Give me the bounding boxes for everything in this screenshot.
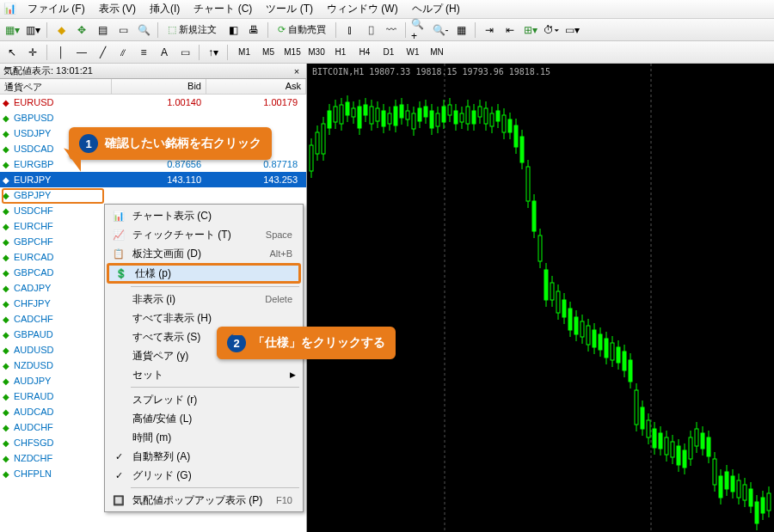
context-menu-item[interactable]: 📋板注文画面 (D)Alt+B: [107, 244, 301, 263]
line-chart-button[interactable]: 〰: [382, 21, 401, 40]
auto-scroll-button[interactable]: ⇥: [480, 21, 499, 40]
timeframe-h1[interactable]: H1: [329, 44, 353, 61]
svg-rect-153: [761, 498, 765, 513]
timeframe-w1[interactable]: W1: [401, 44, 425, 61]
svg-rect-87: [562, 300, 566, 317]
timeframe-m30[interactable]: M30: [304, 44, 329, 61]
trendline-tool[interactable]: ╱: [93, 43, 112, 62]
direction-icon: ◆: [0, 175, 12, 185]
col-bid[interactable]: Bid: [112, 79, 206, 94]
zoom-in-button[interactable]: 🔍+: [410, 21, 429, 40]
context-menu-item[interactable]: スプレッド (r): [107, 390, 301, 409]
new-order-button[interactable]: ⬚新規注文: [163, 21, 222, 40]
bar-chart-button[interactable]: ⫿: [341, 21, 359, 40]
context-menu-label: ティックチャート (T): [127, 228, 266, 242]
timeframe-d1[interactable]: D1: [377, 44, 401, 61]
text-tool[interactable]: A: [155, 43, 174, 62]
menu-insert[interactable]: 挿入(I): [143, 0, 187, 19]
svg-rect-45: [436, 113, 439, 126]
symbol-row-gbpusd[interactable]: ◆GBPUSD: [0, 110, 306, 125]
svg-rect-143: [731, 476, 734, 492]
timeframe-h4[interactable]: H4: [353, 44, 377, 61]
channel-tool[interactable]: ⫽: [114, 43, 132, 62]
context-menu-item[interactable]: 💲仕様 (p): [107, 263, 301, 284]
direction-icon: ◆: [0, 144, 12, 154]
chart-ohlc-label: BITCOIN,H1 19807.33 19818.15 19793.96 19…: [312, 67, 550, 76]
menu-view[interactable]: 表示 (V): [92, 0, 143, 19]
context-menu-item[interactable]: すべて非表示 (H): [107, 309, 301, 327]
data-window-toggle[interactable]: ▤: [93, 21, 112, 40]
svg-rect-5: [316, 132, 319, 154]
context-menu-item[interactable]: 🔲気配値ポップアップ表示 (P)F10: [107, 491, 301, 510]
menu-tools[interactable]: ツール (T): [259, 0, 320, 19]
symbol-row-gbpjpy[interactable]: ◆GBPJPY: [0, 187, 306, 203]
terminal-toggle[interactable]: ▭: [114, 21, 132, 40]
app-icon: 📊: [3, 3, 17, 16]
callout-1-num: 1: [79, 134, 98, 153]
metaquotes-button[interactable]: ◧: [224, 21, 243, 40]
vline-tool[interactable]: │: [52, 43, 71, 62]
context-menu-item[interactable]: 📈ティックチャート (T)Space: [107, 225, 301, 244]
direction-icon: ◆: [0, 407, 12, 417]
zoom-out-button[interactable]: 🔍-: [431, 21, 450, 40]
market-watch-toggle[interactable]: ◆: [52, 21, 71, 40]
svg-rect-93: [580, 321, 584, 337]
navigator-toggle[interactable]: ✥: [72, 21, 91, 40]
menu-file[interactable]: ファイル (F): [21, 0, 92, 19]
bid-value: 1.00140: [112, 97, 206, 107]
chart-shift-button[interactable]: ⇤: [501, 21, 519, 40]
timeframe-m15[interactable]: M15: [280, 44, 304, 61]
direction-icon: ◆: [0, 284, 12, 293]
svg-rect-119: [659, 433, 662, 449]
candle-chart-button[interactable]: ⌷: [361, 21, 380, 40]
timeframe-mn[interactable]: MN: [425, 44, 449, 61]
chart-area[interactable]: BITCOIN,H1 19807.33 19818.15 19793.96 19…: [307, 64, 774, 532]
tile-windows-button[interactable]: ▦: [452, 21, 470, 40]
svg-rect-133: [701, 433, 704, 449]
autotrade-button[interactable]: ⟳自動売買: [273, 21, 331, 40]
hline-tool[interactable]: —: [72, 43, 91, 62]
strategy-tester-toggle[interactable]: 🔍: [134, 21, 153, 40]
context-menu-item[interactable]: 高値/安値 (L): [107, 409, 301, 428]
new-chart-button[interactable]: ▦▾: [3, 21, 22, 40]
indicators-button[interactable]: ⊞▾: [521, 21, 540, 40]
profiles-button[interactable]: ▥▾: [23, 21, 42, 40]
cursor-tool[interactable]: ↖: [3, 43, 22, 62]
context-menu-item[interactable]: セット▶: [107, 365, 301, 384]
symbol-row-eurjpy[interactable]: ◆EURJPY143.110143.253: [0, 172, 306, 187]
periods-button[interactable]: ⏱▾: [542, 21, 561, 40]
timeframe-m1[interactable]: M1: [232, 44, 256, 61]
callout-2: 2 「仕様」をクリックする: [217, 327, 396, 359]
menu-chart[interactable]: チャート (C): [187, 0, 259, 19]
callout-2-num: 2: [227, 333, 246, 352]
svg-rect-141: [725, 472, 728, 489]
market-watch-close-button[interactable]: ×: [291, 66, 303, 76]
label-tool[interactable]: ▭: [175, 43, 194, 62]
context-menu-item[interactable]: 📊チャート表示 (C): [107, 206, 301, 225]
direction-icon: ◆: [0, 268, 12, 278]
signals-button[interactable]: 🖶: [244, 21, 263, 40]
context-menu-item[interactable]: ✓グリッド (G): [107, 466, 301, 485]
svg-rect-121: [665, 437, 668, 455]
ask-value: 1.00179: [206, 97, 306, 107]
context-menu-item[interactable]: 時間 (m): [107, 428, 301, 447]
context-menu-separator: [131, 387, 299, 388]
direction-icon: ◆: [0, 361, 12, 370]
timeframe-m5[interactable]: M5: [256, 44, 280, 61]
symbol-row-eurusd[interactable]: ◆EURUSD1.001401.00179: [0, 95, 306, 110]
col-ask[interactable]: Ask: [206, 79, 306, 94]
market-watch-title: 気配値表示: 13:01:21: [3, 64, 93, 77]
menu-window[interactable]: ウィンドウ (W): [320, 0, 405, 19]
fibo-tool[interactable]: ≡: [134, 43, 153, 62]
templates-button[interactable]: ▭▾: [562, 21, 581, 40]
svg-rect-47: [442, 107, 445, 122]
col-pair[interactable]: 通貨ペア: [0, 79, 112, 94]
context-menu-item[interactable]: 非表示 (i)Delete: [107, 290, 301, 309]
crosshair-tool[interactable]: ✛: [23, 43, 42, 62]
context-menu-item[interactable]: ✓自動整列 (A): [107, 447, 301, 466]
arrows-tool[interactable]: ↑▾: [204, 43, 223, 62]
svg-rect-109: [629, 360, 632, 382]
menu-help[interactable]: ヘルプ (H): [405, 0, 467, 19]
submenu-arrow-icon: ▶: [290, 370, 296, 379]
direction-icon: ◆: [0, 98, 12, 107]
